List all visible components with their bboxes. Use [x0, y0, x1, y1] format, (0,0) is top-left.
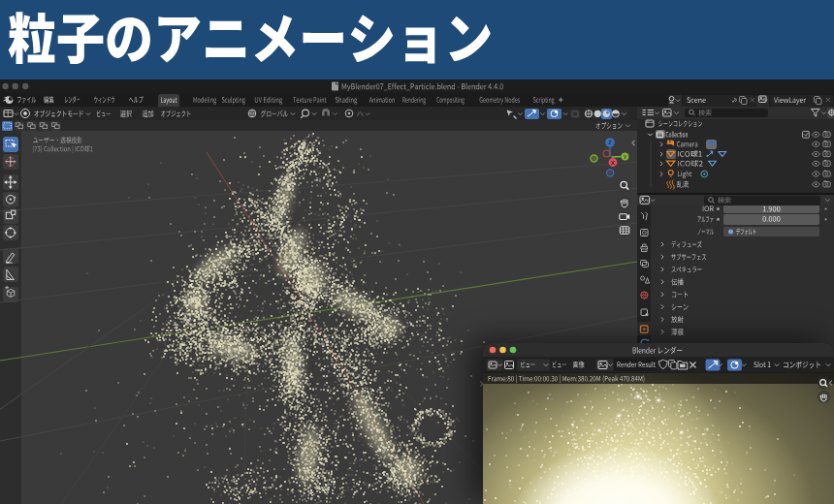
- svg-text:Y: Y: [624, 154, 627, 160]
- svg-text:X: X: [611, 160, 615, 166]
- svg-text:Z: Z: [608, 140, 612, 145]
